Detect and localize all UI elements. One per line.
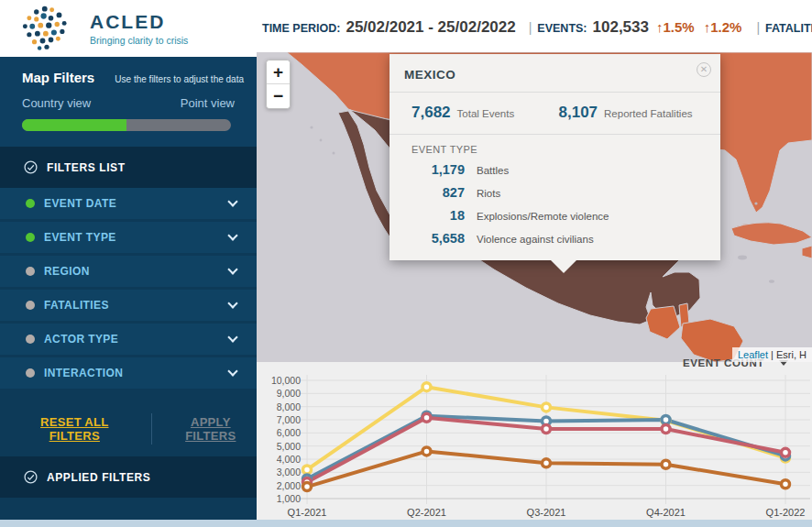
- chevron-down-icon: [227, 196, 237, 206]
- event-count-panel: EVENT COUNT 1,0002,0003,0004,0005,0006,0…: [257, 362, 812, 527]
- filter-row-event-date[interactable]: EVENT DATE: [0, 188, 257, 219]
- filter-row-fatalities[interactable]: FATALITIES: [0, 290, 257, 321]
- map-filters-title: Map Filters: [22, 70, 94, 85]
- reset-all-filters-button[interactable]: RESET ALL FILTERS: [15, 415, 135, 443]
- acled-dashboard: ACLED Bringing clarity to crisis Map Fil…: [0, 0, 812, 527]
- fatalities-stat: 8,107 Reported Fatalities: [559, 104, 693, 122]
- bottom-strip: [0, 520, 812, 527]
- filter-label: REGION: [44, 265, 229, 278]
- separator: |: [756, 20, 760, 35]
- actions-divider: [151, 413, 152, 445]
- events-value: 102,533: [593, 18, 649, 37]
- zoom-in-button[interactable]: +: [267, 60, 290, 84]
- apply-filters-button[interactable]: APPLY FILTERS: [165, 415, 257, 443]
- filter-label: EVENT DATE: [44, 197, 229, 210]
- events-change-1-value: 1.5%: [663, 19, 694, 35]
- svg-text:Q3-2021: Q3-2021: [527, 507, 566, 518]
- attribution-text: | Esri, H: [771, 349, 807, 360]
- event-type-row-explosions: 18 Explosions/Remote violence: [411, 208, 706, 223]
- time-period-value: 25/02/2021 - 25/02/2022: [346, 18, 515, 37]
- svg-text:Q2-2021: Q2-2021: [407, 507, 446, 518]
- fatalities-stat-label: Reported Fatalities: [604, 108, 693, 119]
- map-container: + − MEXICO ✕ 7,682 Total Events 8,107 Re…: [257, 52, 812, 362]
- filter-row-actor-type[interactable]: ACTOR TYPE: [0, 324, 257, 355]
- sidebar: ACLED Bringing clarity to crisis Map Fil…: [0, 0, 257, 527]
- filter-status-dot: [26, 301, 35, 310]
- filters-list: EVENT DATE EVENT TYPE REGION FATALITIES: [0, 188, 257, 391]
- event-type-label: Violence against civilians: [477, 234, 594, 245]
- svg-text:8,000: 8,000: [277, 401, 301, 412]
- svg-text:Q1-2021: Q1-2021: [288, 507, 327, 518]
- map-zoom-control: + −: [266, 60, 291, 109]
- fatalities-label: FATALITIES: [765, 22, 812, 35]
- event-type-value: 5,658: [411, 231, 465, 246]
- filter-label: EVENT TYPE: [44, 231, 229, 244]
- svg-text:Q4-2021: Q4-2021: [646, 507, 686, 518]
- point-view-label[interactable]: Point view: [181, 96, 235, 110]
- svg-text:5,000: 5,000: [277, 441, 301, 452]
- country-popup: MEXICO ✕ 7,682 Total Events 8,107 Report…: [390, 54, 720, 260]
- total-events-value: 7,682: [411, 104, 451, 122]
- chevron-down-icon: [227, 264, 237, 274]
- svg-text:2,000: 2,000: [277, 480, 301, 491]
- applied-filters-header[interactable]: APPLIED FILTERS: [0, 456, 257, 498]
- filter-actions: RESET ALL FILTERS APPLY FILTERS: [0, 411, 257, 447]
- svg-text:7,000: 7,000: [277, 414, 301, 425]
- leaflet-link[interactable]: Leaflet: [738, 349, 768, 360]
- filters-check-icon: [24, 160, 38, 174]
- country-view-label[interactable]: Country view: [22, 96, 91, 110]
- filters-list-header: FILTERS LIST: [0, 147, 257, 188]
- close-icon[interactable]: ✕: [697, 62, 711, 77]
- fatalities-value: 8,107: [559, 104, 598, 122]
- svg-text:3,000: 3,000: [277, 467, 301, 478]
- event-type-row-violence: 5,658 Violence against civilians: [411, 231, 706, 246]
- filter-label: INTERACTION: [44, 367, 229, 379]
- event-type-label: Battles: [477, 165, 509, 176]
- view-toggle-slider[interactable]: [22, 119, 231, 131]
- event-type-row-battles: 1,179 Battles: [411, 162, 706, 177]
- filter-status-dot: [26, 267, 35, 276]
- brand-tagline: Bringing clarity to crisis: [90, 35, 188, 46]
- filter-row-interaction[interactable]: INTERACTION: [0, 357, 257, 389]
- filter-status-dot: [26, 335, 35, 344]
- event-type-value: 18: [411, 208, 465, 223]
- svg-text:4,000: 4,000: [277, 454, 301, 465]
- events-change-2: ↑1.2%: [704, 19, 742, 35]
- map-attribution: Leaflet | Esri, H: [732, 347, 812, 362]
- summary-bar: TIME PERIOD: 25/02/2021 - 25/02/2022 | E…: [257, 0, 812, 52]
- popup-title: MEXICO: [404, 68, 455, 82]
- filter-row-event-type[interactable]: EVENT TYPE: [0, 222, 257, 253]
- chevron-down-icon: [227, 332, 237, 342]
- filter-status-dot: [26, 368, 35, 378]
- chevron-down-icon: [227, 366, 237, 376]
- svg-text:9,000: 9,000: [277, 388, 301, 399]
- event-type-label: Riots: [477, 188, 500, 199]
- map-filters-subtitle: Use the filters to adjust the data: [115, 74, 244, 84]
- filter-label: FATALITIES: [44, 299, 229, 312]
- zoom-out-button[interactable]: −: [267, 84, 290, 108]
- filter-status-dot: [26, 233, 35, 242]
- svg-text:Q1-2022: Q1-2022: [766, 507, 806, 518]
- total-events-stat: 7,682 Total Events: [411, 104, 559, 122]
- events-label: EVENTS:: [537, 22, 587, 35]
- total-events-label: Total Events: [457, 108, 515, 119]
- main-panel: TIME PERIOD: 25/02/2021 - 25/02/2022 | E…: [257, 0, 812, 527]
- brand-header: ACLED Bringing clarity to crisis: [0, 0, 257, 57]
- event-type-value: 1,179: [411, 162, 465, 177]
- applied-filters-label: APPLIED FILTERS: [47, 471, 150, 484]
- svg-text:6,000: 6,000: [277, 427, 301, 438]
- popup-pointer: [550, 259, 577, 273]
- chevron-down-icon: [227, 298, 237, 308]
- chevron-down-icon: [227, 230, 237, 240]
- map-filters-header: Map Filters Use the filters to adjust th…: [0, 57, 257, 147]
- time-period-label: TIME PERIOD:: [262, 22, 340, 35]
- filter-row-region[interactable]: REGION: [0, 256, 257, 287]
- event-type-value: 827: [411, 185, 465, 200]
- acled-globe-logo-icon: [11, 4, 82, 53]
- brand-name: ACLED: [90, 11, 188, 33]
- country-hispaniola[interactable]: [802, 246, 812, 258]
- svg-text:1,000: 1,000: [277, 493, 301, 504]
- event-type-row-riots: 827 Riots: [411, 185, 706, 200]
- event-count-chart[interactable]: 1,0002,0003,0004,0005,0006,0007,0008,000…: [257, 362, 812, 523]
- events-change-1: ↑1.5%: [656, 19, 695, 35]
